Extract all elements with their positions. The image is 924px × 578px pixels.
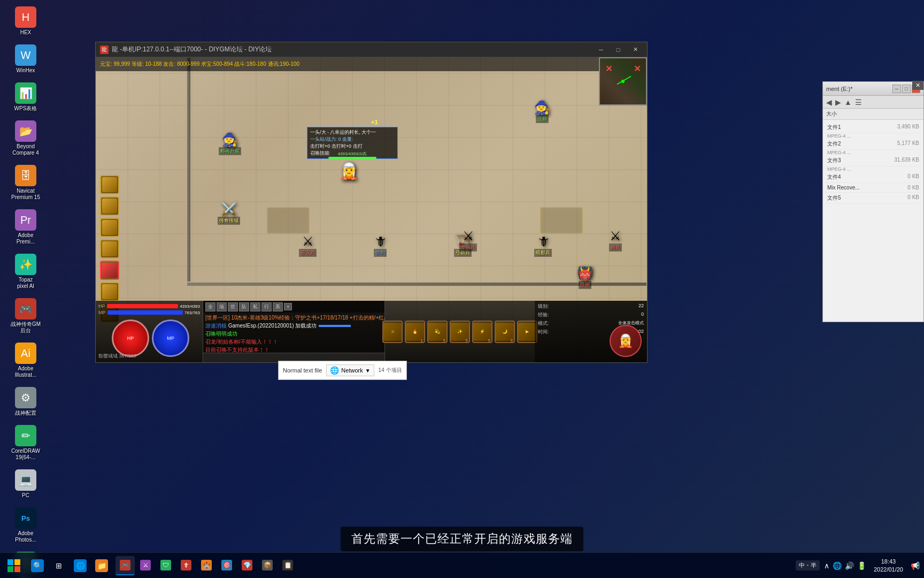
desktop-icon-beyond[interactable]: 📂 Beyond Compare 4 bbox=[4, 118, 47, 158]
player-avatar[interactable]: 🧝 bbox=[610, 325, 642, 357]
chat-btn-guild[interactable]: 行 bbox=[261, 302, 272, 311]
taskbar-app-8[interactable]: 📦 bbox=[258, 556, 277, 575]
chat-msg-2: 游速消核 GamesIEsp.(20220120001) 加载成功 bbox=[205, 322, 382, 330]
tray-notification-icon[interactable]: 📢 bbox=[911, 561, 920, 570]
file-item-3[interactable]: 文件3 31,639 KB bbox=[825, 155, 921, 166]
skill-slot-3[interactable]: ✨ 5 bbox=[450, 321, 470, 343]
hp-label: HP bbox=[98, 303, 105, 309]
desktop: H HEX W WinHex 📊 WPS表格 📂 Beyond Compare … bbox=[0, 0, 924, 578]
skill-slot-4[interactable]: ⚡ 5 bbox=[472, 321, 492, 343]
time-label: 时间: bbox=[538, 329, 549, 336]
file-maximize-btn[interactable]: □ bbox=[902, 85, 911, 93]
system-tray: 中・半 ∧ 🌐 🔊 🔋 18:43 2022/01/20 📢 bbox=[796, 557, 920, 574]
save-dialog-file-type: Normal text file bbox=[283, 367, 322, 374]
subtitle-text: 首先需要一个已经正常开启的游戏服务端 bbox=[341, 527, 583, 551]
chat-btn-system[interactable]: 系 bbox=[273, 302, 283, 311]
game-content[interactable]: 元宝: 99,999 等级: 10-188 攻击: 8000-999 求宝:50… bbox=[96, 57, 647, 362]
taskbar-app-6[interactable]: 🎯 bbox=[217, 556, 236, 575]
panel-close-btn[interactable]: ✕ bbox=[912, 81, 923, 90]
windows-logo-icon bbox=[7, 559, 20, 572]
taskbar-explorer-icon[interactable]: 📁 bbox=[92, 556, 111, 575]
hp-stat-row: HP 4393/4393 bbox=[98, 303, 200, 309]
taskbar-app-5[interactable]: 🏰 bbox=[197, 556, 216, 575]
language-indicator[interactable]: 中・半 bbox=[796, 560, 820, 571]
desktop-icon-coreldraw[interactable]: ✏ CorelDRAW19(64-... bbox=[4, 423, 47, 463]
chat-btn-area[interactable]: 场 bbox=[217, 302, 227, 311]
tray-chevron-icon[interactable]: ∧ bbox=[824, 561, 829, 570]
desktop-icon-wps[interactable]: 📊 WPS表格 bbox=[4, 80, 47, 114]
maximize-button[interactable]: □ bbox=[611, 44, 626, 55]
file-tool-view[interactable]: ☰ bbox=[854, 98, 863, 107]
skill-btn-3[interactable] bbox=[100, 218, 119, 237]
entity-warrior-2: 🗡 铁剑 bbox=[374, 234, 387, 257]
pc-icon: 💻 bbox=[15, 469, 36, 491]
taskbar-app-2[interactable]: ⚔ bbox=[136, 556, 155, 575]
tray-battery-icon[interactable]: 🔋 bbox=[857, 561, 866, 570]
skill-btn-1[interactable] bbox=[100, 175, 119, 194]
taskbar-running-apps: 🎮 ⚔ 🛡 🗡 🏰 🎯 💎 📦 � bbox=[116, 556, 796, 575]
hex-icon-label: HEX bbox=[20, 29, 32, 36]
skill-slot-weapon[interactable]: ⚔ bbox=[382, 321, 403, 343]
tray-network-icon[interactable]: 🌐 bbox=[833, 561, 842, 570]
tray-volume-icon[interactable]: 🔊 bbox=[845, 561, 854, 570]
taskbar-edge-icon[interactable]: 🌐 bbox=[71, 556, 90, 575]
game-stats-text: 元宝: 99,999 等级: 10-188 攻击: 8000-999 求宝:50… bbox=[100, 60, 299, 68]
skill-btn-5[interactable] bbox=[100, 261, 119, 280]
desktop-icon-game-gm[interactable]: 🎮 战神传奇GM后台 bbox=[4, 296, 47, 336]
desktop-icon-navicat[interactable]: 🗄 NavicatPremium 15 bbox=[4, 163, 47, 203]
chat-btn-world[interactable]: 世 bbox=[228, 302, 238, 311]
file-item-recover[interactable]: Mix Recove... 0 KB bbox=[825, 183, 921, 193]
taskbar-app-game1-icon: 🎮 bbox=[120, 560, 130, 571]
game-window-title: 龍 -单机IP:127.0.0.1--端口7000- - DIYGM论坛 - D… bbox=[112, 45, 272, 54]
file-tool-forward[interactable]: ▶ bbox=[834, 98, 842, 107]
hud-right-panel: 级别: 22 经验: 0 模式: 全体攻击模式 时间: 18:43:02 bbox=[535, 301, 647, 362]
desktop-icon-hex[interactable]: H HEX bbox=[4, 4, 47, 38]
file-minimize-btn[interactable]: ─ bbox=[892, 85, 901, 93]
clock-time: 18:43 bbox=[874, 558, 903, 565]
file-item-1[interactable]: 文件1 3,490 KB bbox=[825, 122, 921, 133]
chat-btn-close[interactable]: × bbox=[284, 303, 292, 310]
file-tool-back[interactable]: ◀ bbox=[825, 98, 833, 107]
file-type-1: MPEG-4 ... bbox=[825, 133, 921, 139]
desktop-icon-pr[interactable]: Pr AdobePremi... bbox=[4, 207, 47, 247]
desktop-icon-ai[interactable]: Ai AdobeIllustrat... bbox=[4, 340, 47, 381]
minimize-button[interactable]: ─ bbox=[594, 44, 609, 55]
hud-chat-panel[interactable]: 全 场 世 队 私 行 系 × [世界一区] 10杰米-英雄3级10%经验：守护… bbox=[203, 301, 385, 362]
chat-btn-all[interactable]: 全 bbox=[205, 302, 215, 311]
taskbar-taskview-icon[interactable]: ⊞ bbox=[49, 556, 68, 575]
skill-btn-6[interactable] bbox=[100, 282, 119, 301]
game-window-icon: 龍 bbox=[100, 45, 109, 54]
chat-btn-private[interactable]: 私 bbox=[250, 302, 260, 311]
file-tool-up[interactable]: ▲ bbox=[843, 98, 853, 107]
skill-btn-2[interactable] bbox=[100, 196, 119, 216]
skill-slot-1[interactable]: 🔥 1 bbox=[405, 321, 425, 343]
item-count: 14 个项目 bbox=[379, 367, 402, 374]
taskbar-app-4[interactable]: 🗡 bbox=[176, 556, 196, 575]
dropdown-arrow-icon: ▼ bbox=[365, 368, 371, 374]
desktop-icon-topaz[interactable]: ✨ Topazpixel AI bbox=[4, 252, 47, 292]
taskbar-app-9[interactable]: 📋 bbox=[278, 556, 297, 575]
skill-slot-2[interactable]: 💫 5 bbox=[427, 321, 448, 343]
chat-btn-team[interactable]: 队 bbox=[239, 302, 249, 311]
float-damage: +1 bbox=[371, 119, 378, 125]
desktop-icon-pc[interactable]: 💻 PC bbox=[4, 467, 47, 501]
desktop-icon-config[interactable]: ⚙ 战神配置 bbox=[4, 385, 47, 419]
skill-slot-5-key: 5 bbox=[511, 338, 513, 343]
skill-btn-4[interactable] bbox=[100, 239, 119, 258]
network-dropdown[interactable]: 🌐 Network ▼ bbox=[326, 364, 374, 376]
taskbar-app-3[interactable]: 🛡 bbox=[156, 556, 175, 575]
skill-slot-5[interactable]: 🌙 5 bbox=[495, 321, 515, 343]
file-item-5[interactable]: 文件5 0 KB bbox=[825, 193, 921, 204]
file-item-2[interactable]: 文件2 5,177 KB bbox=[825, 139, 921, 150]
chat-msg-5: 目前召唤不支持此版本！！ bbox=[205, 346, 382, 353]
desktop-icon-winhex[interactable]: W WinHex bbox=[4, 42, 47, 76]
minimap[interactable]: ✕ ✕ bbox=[599, 57, 647, 105]
entity-bottom-1: 👹 怪物 bbox=[577, 266, 593, 289]
close-button[interactable]: ✕ bbox=[628, 44, 643, 55]
file-item-4[interactable]: 文件4 0 KB bbox=[825, 172, 921, 183]
taskbar-search-icon[interactable]: 🔍 bbox=[28, 556, 47, 575]
system-clock[interactable]: 18:43 2022/01/20 bbox=[871, 557, 906, 574]
taskbar-app-7[interactable]: 💎 bbox=[237, 556, 257, 575]
taskbar-app-game1[interactable]: 🎮 bbox=[116, 556, 135, 575]
start-button[interactable] bbox=[4, 556, 24, 575]
